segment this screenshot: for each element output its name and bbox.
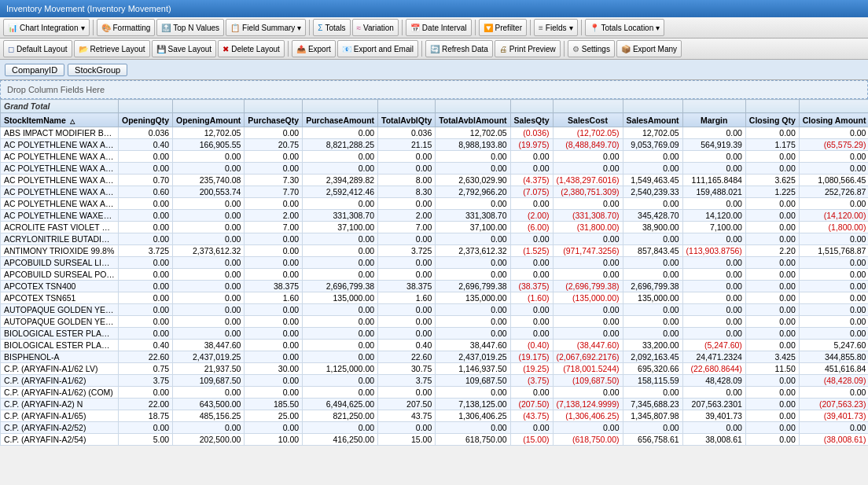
export-email-btn[interactable]: 📧 Export and Email	[337, 40, 418, 57]
fields-btn[interactable]: ≡ Fields ▾	[534, 19, 578, 36]
th-closingamt[interactable]: Closing Amount	[799, 113, 868, 127]
settings-btn[interactable]: ⚙ Settings	[568, 40, 615, 57]
numeric-cell: 0.00	[623, 304, 682, 316]
numeric-cell: 0.00	[173, 316, 245, 328]
print-preview-btn[interactable]: 🖨 Print Preview	[495, 40, 561, 57]
th-stockitem[interactable]: StockItemName △	[1, 113, 119, 127]
table-row[interactable]: AC POLYETHLENE WAX AC - 617A0.70235,740.…	[1, 175, 869, 186]
numeric-cell: (1.60)	[510, 292, 553, 304]
numeric-cell: 166,905.55	[173, 139, 245, 151]
top-n-values-btn[interactable]: 🔝 Top N Values	[156, 19, 224, 36]
table-row[interactable]: BISPHENOL-A22.602,437,019.250.000.0022.6…	[1, 351, 869, 363]
field-icon: 📋	[230, 24, 240, 32]
stock-group-filter-btn[interactable]: StockGroup	[68, 64, 127, 76]
th-salesamt[interactable]: SalesAmount	[623, 113, 682, 127]
totals-location-btn[interactable]: 📍 Totals Location ▾	[585, 19, 665, 36]
numeric-cell: 0.00	[245, 233, 303, 245]
export-btn[interactable]: 📤 Export	[292, 40, 336, 57]
table-row[interactable]: BIOLOGICAL ESTER PLASTICIZER ...0.000.00…	[1, 328, 869, 340]
numeric-cell: 111,165.8484	[682, 175, 745, 186]
table-row[interactable]: C.P. (ARYAFIN-A2/54)5.00202,500.0010.004…	[1, 434, 869, 446]
table-row[interactable]: AC POLYETHLENE WAX AC - 629A...0.000.000…	[1, 198, 869, 210]
table-row[interactable]: AC POLYETHLENE WAXES A-C 6A0.000.002.003…	[1, 210, 869, 222]
retrieve-layout-btn[interactable]: 📂 Retrieve Layout	[74, 40, 150, 57]
date-interval-btn[interactable]: 📅 Date Interval	[406, 19, 472, 36]
company-id-filter-btn[interactable]: CompanyID	[5, 64, 64, 76]
chart-integration-btn[interactable]: 📊 Chart Integration ▾	[3, 19, 90, 36]
delete-layout-btn[interactable]: ✖ Delete Layout	[218, 40, 285, 57]
table-row[interactable]: APCOBUILD SURSEAL LIQUID0.000.000.000.00…	[1, 257, 869, 269]
stock-item-name-cell: C.P. (ARYAFIN-A1/62)	[1, 375, 119, 387]
table-row[interactable]: BIOLOGICAL ESTER PLASTICIZER ...0.4038,4…	[1, 340, 869, 351]
numeric-cell: (1.525)	[510, 245, 553, 257]
table-row[interactable]: APCOTEX TSN6510.000.001.60135,000.001.60…	[1, 292, 869, 304]
default-layout-btn[interactable]: ◻ Default Layout	[3, 40, 72, 57]
numeric-cell: (5,247.60)	[682, 340, 745, 351]
table-row[interactable]: ACRYLONITRILE BUTADIENE RUB...0.000.000.…	[1, 233, 869, 245]
numeric-cell: (135,000.00)	[553, 292, 623, 304]
table-row[interactable]: ANTIMONY TRIOXIDE 99.8%3.7252,373,612.32…	[1, 245, 869, 257]
var-icon: ≈	[357, 24, 362, 32]
th-purchaseqty[interactable]: PurchaseQty	[245, 113, 303, 127]
table-row[interactable]: C.P. (ARYAFIN-A2/52)0.000.000.000.000.00…	[1, 422, 869, 434]
numeric-cell: 2,696,799.38	[436, 281, 510, 292]
numeric-cell: 0.00	[303, 163, 378, 175]
formatting-btn[interactable]: 🎨 Formatting	[97, 19, 156, 36]
refresh-btn[interactable]: 🔄 Refresh Data	[425, 40, 493, 57]
numeric-cell: 12,702.05	[623, 127, 682, 139]
sep4	[475, 20, 476, 35]
table-row[interactable]: AC POLYETHLENE WAX AC - 316A0.40166,905.…	[1, 139, 869, 151]
numeric-cell: 2,394,289.82	[303, 175, 378, 186]
drop-zone-label: Drop Column Fields Here	[7, 85, 105, 94]
table-row[interactable]: C.P. (ARYAFIN-A1/62)3.75109,687.500.000.…	[1, 375, 869, 387]
stock-item-name-cell: ABS IMPACT MODIFIER BLENDEX ...	[1, 127, 119, 139]
table-container[interactable]: Grand Total StockItemName △	[0, 99, 868, 485]
numeric-cell: (38.375)	[510, 281, 553, 292]
table-row[interactable]: C.P. (ARYAFIN-A1/65)18.75485,156.2525.00…	[1, 410, 869, 422]
numeric-cell: 0.00	[436, 198, 510, 210]
table-row[interactable]: APCOTEX TSN4000.000.0038.3752,696,799.38…	[1, 281, 869, 292]
prefilter-btn[interactable]: 🔽 Prefilter	[479, 19, 527, 36]
numeric-cell: 0.00	[745, 163, 799, 175]
table-row[interactable]: AC POLYETHLENE WAX AC - 616A0.000.000.00…	[1, 163, 869, 175]
table-row[interactable]: C.P. (ARYAFIN-A2) N22.00643,500.00185.50…	[1, 399, 869, 410]
table-row[interactable]: C.P. (ARYAFIN-A1/62 LV)0.7521,937.5030.0…	[1, 363, 869, 375]
table-row[interactable]: AC POLYETHLENE WAX AC - 629A0.60200,553.…	[1, 186, 869, 198]
th-closingqty[interactable]: Closing Qty	[745, 113, 799, 127]
numeric-cell: 0.00	[173, 210, 245, 222]
table-row[interactable]: APCOBUILD SURSEAL POWDER0.000.000.000.00…	[1, 269, 869, 281]
numeric-cell: 8.00	[378, 175, 436, 186]
numeric-cell: 0.00	[245, 375, 303, 387]
gt-col	[173, 100, 245, 113]
th-totalavblqty[interactable]: TotalAvblQty	[378, 113, 436, 127]
table-row[interactable]: AUTOPAQUE GOLDEN YELLOW 5B...0.000.000.0…	[1, 316, 869, 328]
numeric-cell: 1,146,937.50	[436, 363, 510, 375]
field-summary-btn[interactable]: 📋 Field Summary ▾	[226, 19, 306, 36]
export-icon: 📤	[296, 45, 306, 53]
th-openingqty[interactable]: OpeningQty	[119, 113, 173, 127]
numeric-cell: 0.00	[510, 304, 553, 316]
th-salesqty[interactable]: SalesQty	[510, 113, 553, 127]
numeric-cell: 7.00	[378, 222, 436, 233]
totals-btn[interactable]: Σ Totals	[313, 19, 350, 36]
table-row[interactable]: C.P. (ARYAFIN-A1/62) (COM)0.000.000.000.…	[1, 387, 869, 399]
numeric-cell: 0.00	[119, 292, 173, 304]
numeric-cell: 0.00	[510, 151, 553, 163]
th-salescost[interactable]: SalesCost	[553, 113, 623, 127]
numeric-cell: 30.75	[378, 363, 436, 375]
table-row[interactable]: ABS IMPACT MODIFIER BLENDEX ...0.03612,7…	[1, 127, 869, 139]
stock-item-name-cell: APCOBUILD SURSEAL POWDER	[1, 269, 119, 281]
th-purchaseamt[interactable]: PurchaseAmount	[303, 113, 378, 127]
save-layout-btn[interactable]: 💾 Save Layout	[152, 40, 217, 57]
th-margin[interactable]: Margin	[682, 113, 745, 127]
export-many-btn[interactable]: 📦 Export Many	[616, 40, 682, 57]
th-totalavblamt[interactable]: TotalAvblAmount	[436, 113, 510, 127]
th-openingamt[interactable]: OpeningAmount	[173, 113, 245, 127]
numeric-cell: 0.00	[378, 163, 436, 175]
numeric-cell: 1,549,463.45	[623, 175, 682, 186]
variation-btn[interactable]: ≈ Variation	[352, 19, 399, 36]
table-row[interactable]: ACROLITE FAST VIOLET KBLR (1KG)0.000.007…	[1, 222, 869, 233]
table-row[interactable]: AC POLYETHLENE WAX AC - 316A...0.000.000…	[1, 151, 869, 163]
table-row[interactable]: AUTOPAQUE GOLDEN YELLOW FS...0.000.000.0…	[1, 304, 869, 316]
inventory-table: Grand Total StockItemName △	[0, 99, 868, 446]
